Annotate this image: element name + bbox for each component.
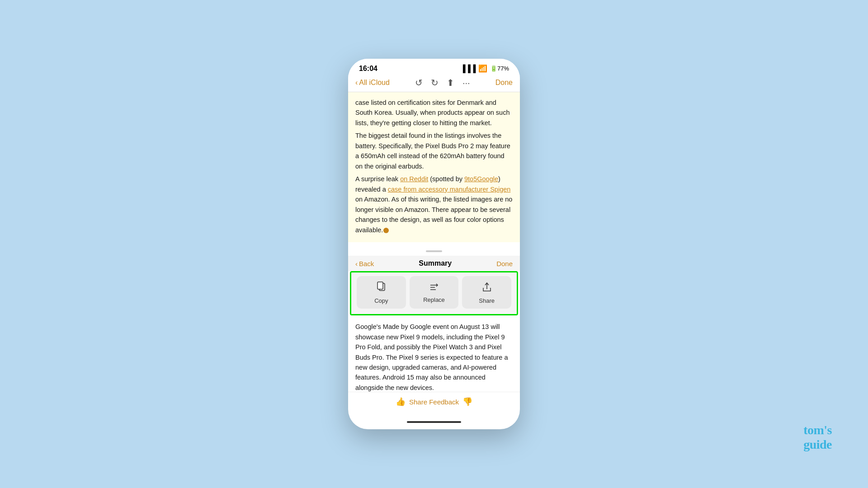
summary-bar: ‹ Back Summary Done (348, 256, 520, 271)
history-icon[interactable]: ↺ (415, 77, 423, 88)
copy-label: Copy (374, 297, 388, 304)
replace-icon (429, 282, 439, 294)
chevron-left-icon: ‹ (355, 79, 358, 87)
nav-bar: ‹ All iCloud ↺ ↻ ⬆ ··· Done (348, 75, 520, 92)
refresh-icon[interactable]: ↻ (431, 77, 439, 88)
copy-button[interactable]: Copy (357, 276, 406, 309)
drag-handle-bar (426, 250, 442, 252)
summary-chevron-left-icon: ‹ (355, 260, 358, 267)
svg-rect-1 (377, 282, 383, 289)
summary-text-area: Google's Made by Google event on August … (348, 315, 520, 392)
status-bar: 16:04 ▐▐▐ 📶 🔋77% (348, 59, 520, 75)
replace-label: Replace (423, 296, 445, 303)
signal-icon: ▐▐▐ (460, 65, 476, 73)
thumbs-up-icon[interactable]: 👍 (396, 397, 406, 407)
home-bar (407, 421, 461, 423)
nav-back-label: All iCloud (359, 79, 390, 87)
status-icons: ▐▐▐ 📶 🔋77% (460, 64, 509, 73)
summary-paragraph: Google's Made by Google event on August … (355, 322, 513, 392)
nav-icons: ↺ ↻ ⬆ ··· (415, 77, 470, 88)
content-area: case listed on certification sites for D… (348, 92, 520, 429)
copy-icon (376, 282, 386, 295)
spigen-link[interactable]: case from accessory manufacturer Spigen (388, 186, 511, 193)
toms-guide-watermark: tom's guide (803, 423, 832, 452)
feedback-bar: 👍 Share Feedback 👎 (348, 392, 520, 414)
toms-guide-line1: tom's (803, 423, 832, 437)
article-paragraph-2: The biggest detail found in the listings… (355, 131, 513, 171)
9to5google-link[interactable]: 9to5Google (464, 175, 498, 183)
summary-done-button[interactable]: Done (496, 260, 513, 267)
text-cursor (383, 228, 389, 233)
summary-back-button[interactable]: ‹ Back (355, 260, 374, 267)
summary-title: Summary (419, 259, 452, 267)
phone-frame: 16:04 ▐▐▐ 📶 🔋77% ‹ All iCloud ↺ ↻ ⬆ ··· … (348, 59, 520, 429)
status-time: 16:04 (359, 65, 377, 73)
summary-back-label: Back (359, 260, 374, 267)
thumbs-down-icon[interactable]: 👎 (462, 397, 472, 407)
share-icon[interactable]: ⬆ (447, 77, 454, 88)
drag-handle[interactable] (348, 242, 520, 256)
nav-done-button[interactable]: Done (495, 79, 513, 87)
wifi-icon: 📶 (478, 64, 487, 73)
nav-back-button[interactable]: ‹ All iCloud (355, 79, 390, 87)
share-action-label: Share (479, 297, 495, 304)
feedback-label[interactable]: Share Feedback (409, 398, 459, 406)
replace-button[interactable]: Replace (410, 276, 459, 309)
more-icon[interactable]: ··· (462, 78, 470, 88)
article-paragraph-1: case listed on certification sites for D… (355, 98, 513, 128)
home-indicator (348, 414, 520, 429)
reddit-link[interactable]: on Reddit (400, 175, 428, 183)
toms-guide-line2: guide (803, 437, 832, 452)
action-bar: Copy Replace (350, 271, 518, 315)
share-action-icon (482, 282, 492, 295)
article-section: case listed on certification sites for D… (348, 92, 520, 242)
battery-icon: 🔋77% (490, 65, 509, 72)
article-paragraph-3: A surprise leak on Reddit (spotted by 9t… (355, 174, 513, 235)
share-action-button[interactable]: Share (462, 276, 511, 309)
